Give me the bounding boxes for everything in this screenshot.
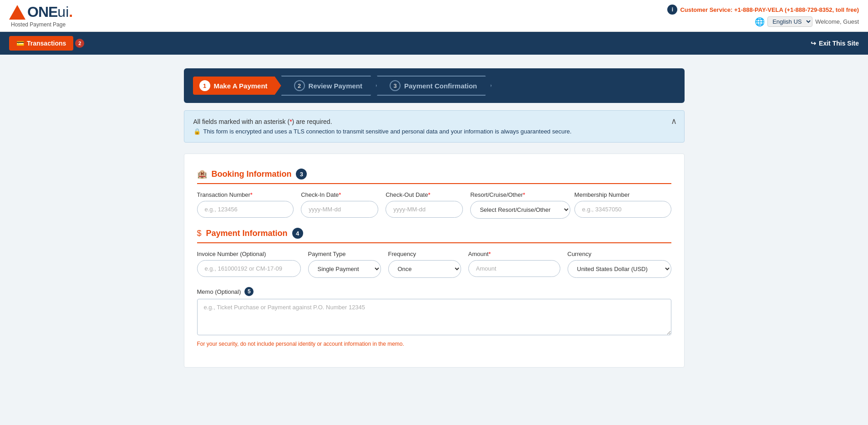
booking-section-title: Booking Information	[212, 169, 292, 179]
currency-select[interactable]: United States Dollar (USD) Euro (EUR) Br…	[568, 260, 671, 278]
invoice-label: Invoice Number (Optional)	[197, 251, 301, 257]
transaction-field: Transaction Number*	[197, 191, 294, 219]
required-notice: All fields marked with an asterisk (*) a…	[193, 118, 675, 125]
logo-area: ONE ui . Hosted Payment Page	[9, 4, 73, 28]
logo-ui: ui	[57, 4, 69, 20]
payment-type-field: Payment Type Single Payment Installment …	[308, 251, 381, 278]
logo-triangle-icon	[9, 5, 25, 20]
nav-bar: 💳 Transactions 2 ↪ Exit This Site	[0, 32, 868, 55]
membership-label: Membership Number	[574, 191, 671, 198]
main-content: 1 Make A Payment 2 Review Payment 3 Paym…	[175, 68, 694, 368]
memo-row: Memo (Optional) 5 For your security, do …	[197, 287, 671, 347]
transactions-icon: 💳	[16, 40, 24, 47]
step-2[interactable]: 2 Review Payment	[281, 76, 377, 96]
exit-label: Exit This Site	[819, 40, 859, 47]
frequency-field: Frequency Once Monthly Weekly	[388, 251, 461, 278]
payment-icon: $	[197, 229, 202, 238]
step-1-num: 1	[199, 80, 210, 91]
frequency-select[interactable]: Once Monthly Weekly	[388, 260, 461, 278]
form-card: 🏨 Booking Information 3 Transaction Numb…	[184, 154, 685, 368]
step-1[interactable]: 1 Make A Payment	[193, 77, 281, 95]
memo-field: Memo (Optional) 5 For your security, do …	[197, 287, 671, 347]
amount-field: Amount*	[468, 251, 560, 278]
resort-field: Resort/Cruise/Other* Select Resort/Cruis…	[470, 191, 567, 219]
header-right: i Customer Service: +1-888-PAY-VELA (+1-…	[667, 5, 859, 27]
checkout-field: Check-Out Date*	[386, 191, 463, 219]
memo-badge: 5	[244, 287, 254, 296]
amount-label: Amount*	[468, 251, 560, 257]
payment-badge: 4	[292, 228, 303, 239]
transactions-button[interactable]: 💳 Transactions	[9, 36, 73, 51]
currency-label: Currency	[568, 251, 671, 257]
amount-input[interactable]	[468, 260, 560, 277]
customer-service-text: Customer Service: +1-888-PAY-VELA (+1-88…	[680, 6, 859, 13]
transactions-label: Transactions	[27, 40, 66, 47]
transaction-label: Transaction Number*	[197, 191, 294, 198]
membership-input[interactable]	[574, 201, 671, 218]
welcome-text: Welcome, Guest	[815, 18, 859, 25]
booking-form-row: Transaction Number* Check-In Date* Check…	[197, 191, 671, 219]
language-area: 🌐 English US Welcome, Guest	[755, 16, 859, 27]
step-2-label: Review Payment	[309, 82, 362, 90]
payment-section-title: Payment Information	[206, 229, 288, 238]
transactions-badge: 2	[75, 39, 84, 48]
memo-textarea[interactable]	[197, 299, 671, 335]
exit-button[interactable]: ↪ Exit This Site	[811, 40, 859, 47]
nav-left: 💳 Transactions 2	[9, 36, 84, 51]
currency-field: Currency United States Dollar (USD) Euro…	[568, 251, 671, 278]
cs-badge: i	[667, 5, 677, 15]
checkin-input[interactable]	[301, 201, 378, 218]
info-box: ∧ All fields marked with an asterisk (*)…	[184, 110, 685, 143]
logo-one: ONE	[27, 4, 57, 20]
step-3-num: 3	[390, 80, 401, 91]
logo: ONE ui .	[9, 4, 73, 20]
memo-note: For your security, do not include person…	[197, 341, 671, 347]
checkout-label: Check-Out Date*	[386, 191, 463, 198]
progress-bar: 1 Make A Payment 2 Review Payment 3 Paym…	[184, 68, 685, 103]
step-3-label: Payment Confirmation	[404, 82, 477, 90]
frequency-label: Frequency	[388, 251, 461, 257]
info-box-toggle[interactable]: ∧	[671, 116, 677, 126]
transaction-input[interactable]	[197, 201, 294, 218]
payment-section-header: $ Payment Information 4	[197, 228, 671, 243]
resort-select[interactable]: Select Resort/Cruise/Other Resort A Crui…	[470, 201, 570, 219]
booking-icon: 🏨	[197, 169, 207, 179]
checkin-label: Check-In Date*	[301, 191, 378, 198]
language-select[interactable]: English US	[767, 16, 812, 27]
secure-notice: 🔒 This form is encrypted and uses a TLS …	[193, 128, 675, 135]
booking-badge: 3	[296, 169, 307, 179]
step-1-label: Make A Payment	[214, 82, 268, 90]
top-header: ONE ui . Hosted Payment Page i Customer …	[0, 0, 868, 32]
invoice-input[interactable]	[197, 260, 301, 277]
exit-icon: ↪	[811, 40, 816, 47]
step-3[interactable]: 3 Payment Confirmation	[377, 76, 492, 96]
customer-service: i Customer Service: +1-888-PAY-VELA (+1-…	[667, 5, 859, 15]
globe-icon: 🌐	[755, 17, 765, 27]
resort-label: Resort/Cruise/Other*	[470, 191, 567, 198]
booking-section-header: 🏨 Booking Information 3	[197, 169, 671, 184]
lock-icon: 🔒	[193, 128, 201, 135]
payment-type-select[interactable]: Single Payment Installment Full Balance	[308, 260, 381, 278]
logo-subtitle: Hosted Payment Page	[11, 21, 73, 28]
membership-field: Membership Number	[574, 191, 671, 219]
step-2-num: 2	[294, 80, 305, 91]
invoice-field: Invoice Number (Optional)	[197, 251, 301, 278]
logo-dot: .	[69, 4, 73, 20]
payment-form-row: Invoice Number (Optional) Payment Type S…	[197, 251, 671, 278]
payment-type-label: Payment Type	[308, 251, 381, 257]
checkin-field: Check-In Date*	[301, 191, 378, 219]
memo-label: Memo (Optional) 5	[197, 287, 671, 296]
checkout-input[interactable]	[386, 201, 463, 218]
